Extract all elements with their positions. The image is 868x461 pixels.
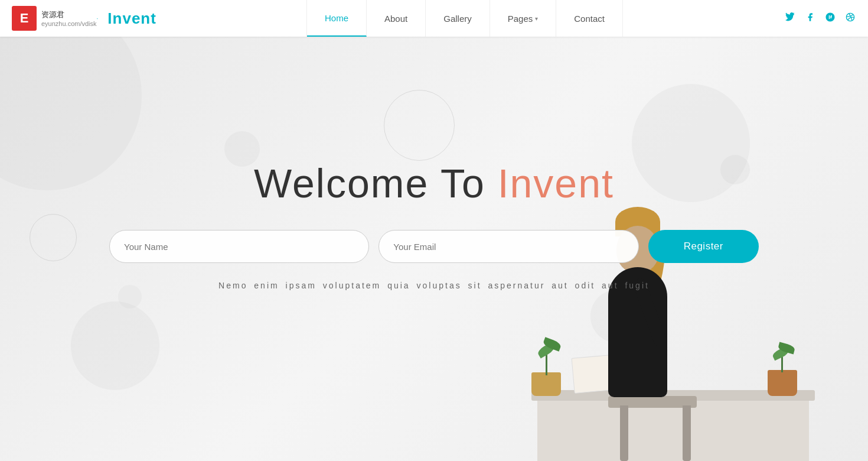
plant-pot-left (531, 372, 561, 396)
chair-leg-left (620, 405, 628, 461)
plant-right (768, 370, 797, 396)
hero-subtitle: Nemo enim ipsam voluptatem quia voluptas… (109, 281, 759, 290)
brand[interactable]: E 资源君 eyunzhu.com/vdisk · Invent (0, 0, 307, 37)
twitter-icon[interactable] (784, 12, 796, 24)
email-input[interactable] (378, 230, 638, 263)
nav-item-gallery[interactable]: Gallery (426, 0, 490, 37)
bg-shape-3 (71, 301, 159, 390)
brand-invent-text: Invent (107, 9, 156, 28)
social-icons (772, 12, 868, 25)
circle-deco-1 (384, 90, 455, 161)
hero-content: Welcome To Invent Register Nemo enim ips… (109, 160, 759, 290)
name-input[interactable] (109, 230, 369, 263)
nav-item-home[interactable]: Home (307, 0, 367, 37)
brand-text: 资源君 eyunzhu.com/vdisk (41, 9, 97, 27)
hero-section: Welcome To Invent Register Nemo enim ips… (0, 37, 868, 461)
facebook-icon[interactable] (804, 12, 816, 24)
nav-item-about[interactable]: About (367, 0, 426, 37)
navbar: E 资源君 eyunzhu.com/vdisk · Invent Home Ab… (0, 0, 868, 37)
chair-leg-right (683, 405, 691, 461)
brand-logo: E (12, 6, 37, 31)
hero-title-prefix: Welcome To (254, 161, 498, 206)
nav-menu: Home About Gallery Pages ▾ Contact (307, 0, 772, 37)
hero-title: Welcome To Invent (109, 160, 759, 206)
brand-chinese: 资源君 (41, 9, 97, 20)
register-button[interactable]: Register (648, 230, 759, 263)
plant-pot-right (768, 370, 797, 396)
hero-form: Register (109, 230, 759, 263)
circle-deco-2 (30, 214, 77, 261)
hero-title-accent: Invent (498, 161, 614, 206)
dribbble-icon[interactable] (844, 12, 856, 24)
nav-item-contact[interactable]: Contact (556, 0, 623, 37)
brand-dot: · (97, 15, 99, 22)
googleplus-icon[interactable] (824, 12, 836, 25)
plant-left (531, 372, 561, 396)
chevron-down-icon: ▾ (535, 15, 538, 22)
brand-url: eyunzhu.com/vdisk (41, 20, 97, 27)
nav-item-pages[interactable]: Pages ▾ (490, 0, 557, 37)
